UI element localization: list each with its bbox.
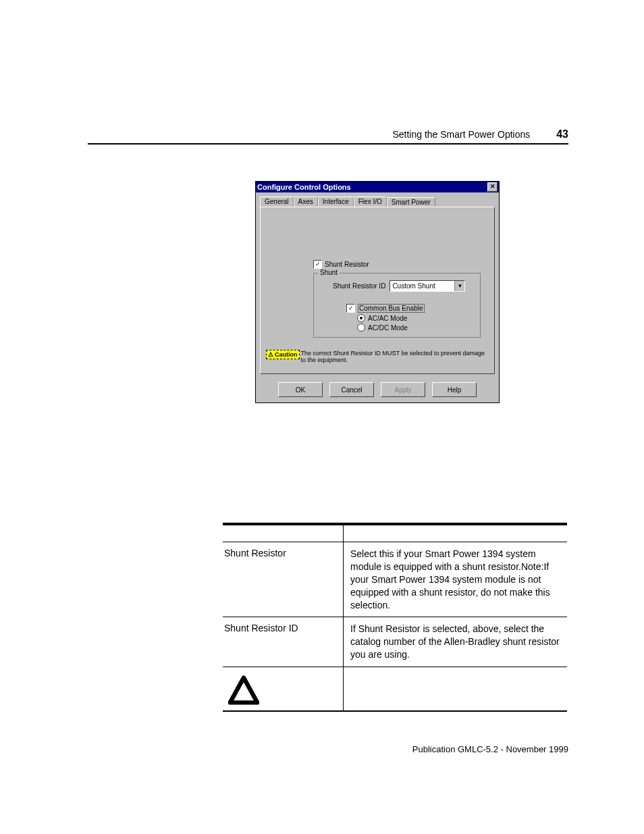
radio-ac-ac-mode[interactable] <box>357 314 365 322</box>
table-cell-field: Shunt Resistor ID <box>223 617 344 667</box>
warning-icon: ⚠ <box>268 351 273 358</box>
tab-flex-io[interactable]: Flex I/O <box>354 197 387 207</box>
svg-marker-0 <box>230 678 257 703</box>
close-icon[interactable]: ✕ <box>487 182 498 192</box>
checkbox-shunt-resistor-label: Shunt Resistor <box>325 261 369 268</box>
shunt-resistor-id-combo[interactable]: Custom Shunt ▼ <box>390 280 465 292</box>
publication-footer: Publication GMLC-5.2 - November 1999 <box>412 744 568 754</box>
tab-interface[interactable]: Interface <box>318 197 354 207</box>
page-number: 43 <box>556 128 568 140</box>
header-rule <box>88 143 568 145</box>
shunt-resistor-id-value: Custom Shunt <box>390 282 454 290</box>
dialog-title: Configure Control Options <box>257 183 351 191</box>
checkbox-common-bus-enable[interactable]: ✓ <box>346 304 355 313</box>
help-button[interactable]: Help <box>432 382 477 397</box>
table-cell-desc: Select this if your Smart Power 1394 sys… <box>344 542 567 617</box>
caution-badge: ⚠ Caution <box>266 350 300 359</box>
dialog-tabbar: General Axes Interface Flex I/O Smart Po… <box>260 197 495 207</box>
page-header-title: Setting the Smart Power Options <box>392 129 530 140</box>
chevron-down-icon[interactable]: ▼ <box>454 281 464 291</box>
tab-panel-smart-power: ✓ Shunt Resistor Shunt Shunt Resistor ID… <box>260 207 495 374</box>
table-cell-field: Shunt Resistor <box>223 542 344 617</box>
ok-button[interactable]: OK <box>278 382 323 397</box>
table-row <box>223 667 567 710</box>
apply-button[interactable]: Apply <box>381 382 425 397</box>
options-table: Shunt Resistor Select this if your Smart… <box>223 523 567 712</box>
dialog-configure-control-options: Configure Control Options ✕ General Axes… <box>255 181 500 403</box>
groupbox-shunt-legend: Shunt <box>318 269 340 276</box>
tab-axes[interactable]: Axes <box>294 197 318 207</box>
table-row: Shunt Resistor Select this if your Smart… <box>223 542 567 617</box>
radio-ac-dc-mode[interactable] <box>357 323 365 332</box>
cancel-button[interactable]: Cancel <box>329 382 374 397</box>
tab-general[interactable]: General <box>260 197 294 207</box>
tab-smart-power[interactable]: Smart Power <box>387 197 435 207</box>
table-row: Shunt Resistor ID If Shunt Resistor is s… <box>223 617 567 667</box>
caution-badge-label: Caution <box>275 351 298 358</box>
radio-ac-ac-mode-label: AC/AC Mode <box>368 315 407 322</box>
caution-text: The correct Shunt Resistor ID MUST be se… <box>301 350 489 363</box>
checkbox-common-bus-enable-label: Common Bus Enable <box>358 304 425 313</box>
checkbox-shunt-resistor[interactable]: ✓ <box>313 260 322 269</box>
attention-triangle-icon <box>228 675 259 705</box>
table-cell-desc: If Shunt Resistor is selected, above, se… <box>344 617 567 667</box>
dialog-titlebar: Configure Control Options ✕ <box>256 182 499 192</box>
radio-ac-dc-mode-label: AC/DC Mode <box>368 324 408 332</box>
groupbox-shunt: Shunt Shunt Resistor ID Custom Shunt ▼ ✓… <box>313 273 481 338</box>
shunt-resistor-id-label: Shunt Resistor ID <box>333 282 385 290</box>
